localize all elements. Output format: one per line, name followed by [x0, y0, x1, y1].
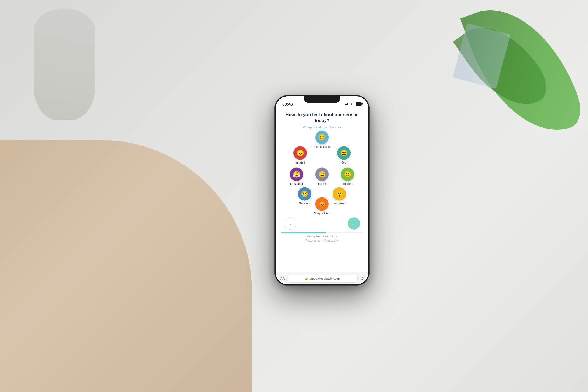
emotion-trusting[interactable]: 🙂 Trusting: [341, 167, 354, 185]
emotion-label-surprised: Surprised: [333, 202, 346, 205]
emotion-joy[interactable]: 😄 Joy: [337, 146, 351, 164]
emotion-circle-surprised: 😲: [333, 187, 346, 200]
emotion-circle-indifferent: 😐: [315, 167, 329, 181]
survey-question-title: How do you feel about our service today?: [281, 112, 363, 124]
emotion-disappointed[interactable]: 😡 Disappointed: [314, 197, 330, 215]
browser-bar: AA 🔒 survey.feedbackly.com ↺: [276, 272, 368, 284]
phone-wrapper: 08:46 ⊙ How do you feel about our: [274, 95, 370, 286]
vase-decoration: [34, 8, 95, 120]
emotion-circle-sadness: 😢: [298, 187, 311, 200]
powered-by-label: Powered by: [305, 239, 320, 242]
emotion-circle-irritated: 😠: [293, 146, 307, 160]
feedbackly-icon: ≡: [321, 239, 323, 242]
emotion-label-indifferent: Indifferent: [316, 182, 328, 185]
emotion-frustrated[interactable]: 😤 Frustrated: [290, 167, 303, 185]
emotion-label-joy: Joy: [342, 161, 346, 164]
emotion-circle-frustrated: 😤: [290, 167, 303, 181]
lock-icon: 🔒: [305, 277, 309, 280]
emotion-label-irritated: Irritated: [295, 161, 305, 164]
emotion-label-trusting: Trusting: [342, 182, 353, 185]
brand-name: Feedbackly: [324, 239, 339, 242]
wifi-icon: ⊙: [351, 102, 354, 106]
emotion-circle-joy: 😄: [337, 146, 351, 160]
reload-icon[interactable]: ↺: [360, 276, 364, 281]
emotion-label-disappointed: Disappointed: [314, 212, 330, 215]
emotion-label-enthusiastic: Enthusiastic: [314, 145, 330, 148]
emotion-circle-disappointed: 😡: [315, 197, 329, 211]
survey-content: How do you feel about our service today?…: [276, 109, 368, 272]
next-button[interactable]: ›: [348, 217, 360, 230]
browser-url-bar[interactable]: 🔒 survey.feedbackly.com: [288, 275, 358, 283]
phone-screen: 08:46 ⊙ How do you feel about our: [276, 96, 368, 284]
emotion-sadness[interactable]: 😢 Sadness: [298, 187, 311, 205]
powered-by: Powered by ≡ Feedbackly: [305, 239, 339, 242]
emotion-irritated[interactable]: 😠 Irritated: [293, 146, 307, 164]
progress-bar-wrapper: [281, 232, 363, 233]
emotion-circle-trusting: 🙂: [341, 167, 354, 181]
emotion-enthusiastic[interactable]: 😊 Enthusiastic: [314, 130, 330, 148]
emotion-surprised[interactable]: 😲 Surprised: [333, 187, 346, 205]
emotion-label-frustrated: Frustrated: [290, 182, 303, 185]
signal-icon: [345, 102, 350, 105]
survey-question-subtitle: We appreciate your honesty: [303, 125, 341, 129]
battery-icon: [356, 102, 362, 106]
status-icons: ⊙: [345, 102, 362, 106]
emotion-label-sadness: Sadness: [299, 202, 310, 205]
status-time: 08:46: [282, 102, 293, 106]
emotion-wheel: 😊 Enthusiastic 😄 Joy 🙂: [286, 133, 358, 212]
progress-bar-fill: [281, 232, 326, 233]
phone-frame: 08:46 ⊙ How do you feel about our: [274, 95, 370, 286]
browser-url: survey.feedbackly.com: [310, 277, 340, 280]
emotion-indifferent[interactable]: 😐 Indifferent: [315, 167, 329, 185]
emotion-circle-enthusiastic: 😊: [315, 130, 329, 144]
navigation-buttons: ‹ ›: [281, 217, 363, 230]
privacy-policy-link[interactable]: Privacy Policy and Terms: [306, 235, 338, 238]
phone-notch: [304, 95, 340, 103]
browser-aa[interactable]: AA: [280, 276, 285, 281]
back-button[interactable]: ‹: [284, 217, 296, 230]
